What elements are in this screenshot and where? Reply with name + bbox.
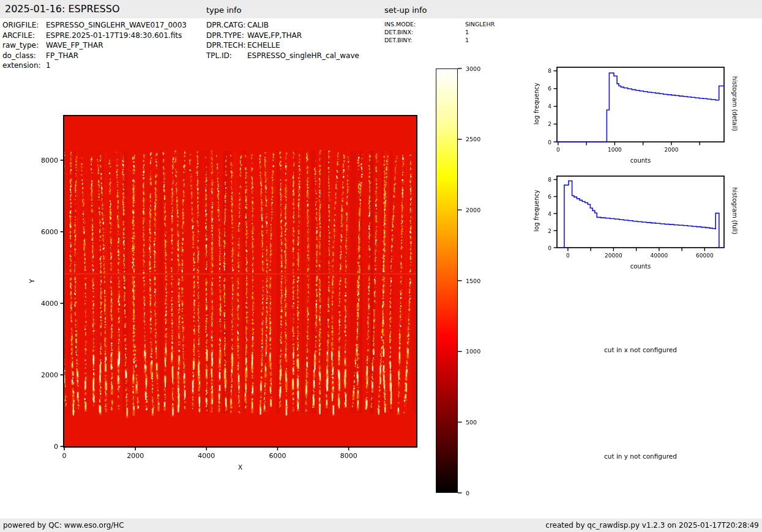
meta-value: 1: [465, 36, 469, 44]
meta-row: ORIGFILE:ESPRESSO_SINGLEHR_WAVE017_0003: [2, 20, 187, 31]
meta-label: ORIGFILE:: [2, 20, 46, 31]
hist-y-tick-label: 6: [548, 86, 551, 92]
hist-y-tick-label: 4: [548, 103, 551, 109]
meta-row: ARCFILE:ESPRE.2025-01-17T19:48:30.601.fi…: [2, 31, 187, 41]
meta-row: DET.BINX:1: [384, 28, 495, 36]
type-info-block: DPR.CATG:CALIBDPR.TYPE:WAVE,FP,THARDPR.T…: [206, 20, 359, 61]
hist-detail-x-axis-label: counts: [557, 157, 724, 164]
meta-row: DET.BINY:1: [384, 36, 495, 44]
meta-label: DPR.TYPE:: [206, 31, 247, 41]
main-x-tick-label: 2000: [127, 452, 144, 460]
hist-full-x-axis-label: counts: [557, 263, 724, 270]
hist-full-y-axis-label: log frequency: [533, 180, 540, 242]
meta-row: DPR.TYPE:WAVE,FP,THAR: [206, 31, 359, 41]
page-title: 2025-01-16: ESPRESSO: [5, 3, 120, 15]
meta-row: do_class:FP_THAR: [2, 51, 187, 61]
hist-y-tick-label: 0: [548, 245, 551, 251]
footer-bar: powered by QC: www.eso.org/HC created by…: [0, 519, 762, 532]
file-info-block: ORIGFILE:ESPRESSO_SINGLEHR_WAVE017_0003A…: [2, 20, 187, 71]
meta-row: raw_type:WAVE_FP_THAR: [2, 40, 187, 51]
main-x-tick-label: 6000: [269, 452, 286, 460]
type-info-heading: type info: [206, 6, 242, 15]
meta-value: ESPRESSO_singleHR_cal_wave: [247, 51, 359, 61]
hist-frame: [557, 67, 724, 142]
meta-label: do_class:: [2, 51, 46, 61]
meta-value: ECHELLE: [247, 40, 280, 51]
meta-value: 1: [46, 61, 51, 71]
main-x-tick-label: 0: [62, 452, 67, 460]
colorbar-tick-label: 0: [466, 490, 469, 497]
main-y-tick-label: 0: [54, 443, 58, 451]
meta-row: TPL.ID:ESPRESSO_singleHR_cal_wave: [206, 51, 359, 61]
hist-x-tick-label: 2000: [664, 147, 678, 153]
main-x-axis-label: X: [64, 464, 416, 471]
raw-image-plot: [63, 115, 417, 448]
meta-value: CALIB: [247, 20, 269, 31]
hist-y-tick-label: 2: [548, 228, 551, 234]
colorbar: [436, 68, 458, 493]
hist-x-tick-label: 40000: [651, 253, 668, 259]
main-x-tick-label: 4000: [198, 452, 215, 460]
hist-y-tick-label: 8: [548, 177, 551, 183]
meta-label: TPL.ID:: [206, 51, 247, 61]
meta-label: DET.BINY:: [384, 36, 465, 44]
colorbar-tick-label: 2000: [466, 207, 480, 213]
meta-row: DPR.TECH:ECHELLE: [206, 40, 359, 51]
meta-value: SINGLEHR: [465, 20, 495, 28]
hist-frame: [557, 176, 724, 248]
meta-value: 1: [465, 28, 469, 36]
hist-y-tick-label: 4: [548, 211, 551, 217]
main-y-axis-label: Y: [28, 251, 36, 312]
cut-in-x-message: cut in x not configured: [604, 346, 677, 353]
hist-detail-y-axis-label: log frequency: [533, 73, 540, 135]
colorbar-tick-label: 2500: [466, 136, 480, 142]
colorbar-tick-label: 1000: [466, 348, 480, 355]
hist-x-tick-label: 20000: [605, 253, 622, 259]
hist-line: [557, 181, 724, 248]
hist-x-tick-label: 0: [556, 147, 560, 153]
qc-report-page: 2025-01-16: ESPRESSO type info set-up in…: [0, 0, 762, 532]
footer-created-by: created by qc_rawdisp.py v1.2.3 on 2025-…: [545, 521, 759, 530]
hist-x-tick-label: 0: [566, 253, 570, 259]
meta-label: DPR.TECH:: [206, 40, 247, 51]
meta-value: WAVE_FP_THAR: [46, 40, 103, 51]
main-x-tick-label: 8000: [340, 452, 357, 460]
colorbar-tick-label: 1500: [466, 278, 480, 284]
meta-label: DPR.CATG:: [206, 20, 247, 31]
main-y-tick-label: 2000: [41, 371, 58, 379]
hist-y-tick-label: 8: [548, 68, 551, 74]
meta-label: DET.BINX:: [384, 28, 465, 36]
colorbar-tick-label: 3000: [466, 65, 480, 72]
setup-info-heading: set-up info: [384, 6, 427, 15]
meta-label: INS.MODE:: [384, 20, 465, 28]
meta-label: extension:: [2, 61, 46, 71]
hist-y-tick-label: 0: [548, 139, 551, 146]
meta-value: ESPRESSO_SINGLEHR_WAVE017_0003: [46, 20, 187, 31]
raw-image-heatmap: [64, 116, 416, 446]
meta-label: ARCFILE:: [2, 31, 46, 41]
hist-full-side-label: histogram (full): [731, 177, 738, 245]
hist-detail-side-label: histogram (detail): [731, 70, 738, 138]
hist-x-tick-label: 60000: [696, 253, 714, 259]
footer-powered-by: powered by QC: www.eso.org/HC: [3, 521, 124, 530]
main-y-tick-label: 8000: [41, 157, 58, 164]
colorbar-tick-label: 500: [466, 419, 477, 426]
meta-label: raw_type:: [2, 40, 46, 51]
setup-info-block: INS.MODE:SINGLEHRDET.BINX:1DET.BINY:1: [384, 20, 495, 44]
meta-row: DPR.CATG:CALIB: [206, 20, 359, 31]
meta-value: WAVE,FP,THAR: [247, 31, 302, 41]
hist-x-tick-label: 1000: [608, 147, 622, 153]
main-y-tick-label: 6000: [41, 228, 58, 236]
meta-row: extension:1: [2, 61, 187, 71]
cut-in-y-message: cut in y not configured: [604, 453, 677, 460]
hist-y-tick-label: 6: [548, 194, 551, 200]
header-bar: 2025-01-16: ESPRESSO type info set-up in…: [0, 0, 762, 18]
main-y-tick-label: 4000: [41, 300, 58, 308]
hist-line: [557, 73, 724, 142]
hist-y-tick-label: 2: [548, 121, 551, 127]
meta-value: FP_THAR: [46, 51, 78, 61]
meta-row: INS.MODE:SINGLEHR: [384, 20, 495, 28]
meta-value: ESPRE.2025-01-17T19:48:30.601.fits: [46, 31, 182, 41]
